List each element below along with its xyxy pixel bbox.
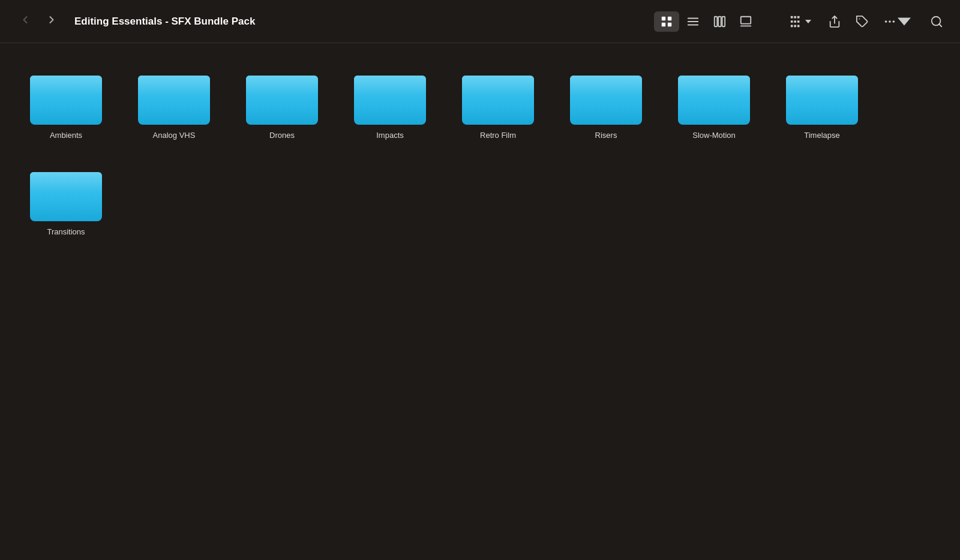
folder-icon-analog-vhs (138, 67, 210, 125)
folder-body (354, 76, 426, 125)
folder-item-analog-vhs[interactable]: Analog VHS (132, 62, 216, 144)
folder-body (786, 76, 858, 125)
svg-line-27 (939, 24, 941, 26)
folder-icon-timelapse (786, 67, 858, 125)
tags-button[interactable] (853, 13, 871, 31)
folder-item-drones[interactable]: Drones (240, 62, 324, 144)
more-button[interactable] (881, 13, 913, 31)
folder-body (30, 76, 102, 125)
svg-point-24 (889, 20, 891, 23)
window-title: Editing Essentials - SFX Bundle Pack (74, 16, 654, 28)
svg-rect-17 (794, 25, 796, 27)
folder-item-slow-motion[interactable]: Slow-Motion (672, 62, 756, 144)
folder-item-impacts[interactable]: Impacts (348, 62, 432, 144)
folder-icon-drones (246, 67, 318, 125)
forward-button[interactable] (41, 11, 62, 31)
main-content: Ambients Analog VHS Drones Impacts (0, 43, 960, 260)
folder-item-risers[interactable]: Risers (564, 62, 648, 144)
toolbar: Editing Essentials - SFX Bundle Pack (0, 0, 960, 43)
folder-name-timelapse: Timelapse (804, 131, 839, 140)
folder-item-ambients[interactable]: Ambients (24, 62, 108, 144)
svg-rect-18 (797, 16, 800, 18)
svg-rect-19 (797, 20, 800, 23)
svg-rect-14 (791, 25, 793, 27)
view-grid-button[interactable] (654, 11, 679, 32)
svg-rect-3 (668, 22, 671, 26)
view-columns-button[interactable] (707, 11, 732, 32)
folder-icon-retro-film (462, 67, 534, 125)
folder-name-drones: Drones (269, 131, 295, 140)
folder-item-retro-film[interactable]: Retro Film (456, 62, 540, 144)
folder-body (462, 76, 534, 125)
svg-rect-1 (668, 16, 671, 20)
toolbar-right (785, 13, 946, 31)
folder-item-timelapse[interactable]: Timelapse (780, 62, 864, 144)
folder-icon-transitions (30, 164, 102, 221)
search-button[interactable] (928, 13, 946, 31)
svg-rect-10 (741, 16, 751, 23)
folder-name-retro-film: Retro Film (480, 131, 516, 140)
folder-body (570, 76, 642, 125)
svg-rect-7 (715, 16, 718, 26)
folder-name-slow-motion: Slow-Motion (692, 131, 736, 140)
view-gallery-button[interactable] (733, 11, 758, 32)
view-list-button[interactable] (680, 11, 706, 32)
back-button[interactable] (14, 11, 36, 31)
folder-icon-slow-motion (678, 67, 750, 125)
folder-name-ambients: Ambients (50, 131, 82, 140)
svg-rect-2 (662, 22, 665, 26)
svg-point-25 (893, 20, 895, 23)
folder-name-impacts: Impacts (376, 131, 404, 140)
svg-rect-12 (791, 16, 793, 18)
folders-grid: Ambients Analog VHS Drones Impacts (24, 62, 936, 241)
nav-buttons (14, 11, 62, 31)
folder-name-risers: Risers (595, 131, 617, 140)
folder-body (246, 76, 318, 125)
svg-rect-9 (722, 16, 725, 26)
svg-rect-0 (662, 16, 665, 20)
svg-rect-13 (791, 20, 793, 23)
svg-rect-16 (794, 20, 796, 23)
svg-rect-8 (718, 16, 721, 26)
folder-body (138, 76, 210, 125)
svg-rect-20 (797, 25, 800, 27)
group-button[interactable] (785, 13, 816, 31)
folder-icon-ambients (30, 67, 102, 125)
folder-body (678, 76, 750, 125)
folder-body (30, 172, 102, 221)
svg-rect-15 (794, 16, 796, 18)
folder-name-analog-vhs: Analog VHS (153, 131, 196, 140)
folder-icon-impacts (354, 67, 426, 125)
folder-name-transitions: Transitions (47, 227, 85, 236)
view-controls (654, 11, 758, 32)
folder-icon-risers (570, 67, 642, 125)
svg-point-23 (885, 20, 887, 23)
share-button[interactable] (826, 13, 844, 31)
folder-item-transitions[interactable]: Transitions (24, 159, 108, 241)
